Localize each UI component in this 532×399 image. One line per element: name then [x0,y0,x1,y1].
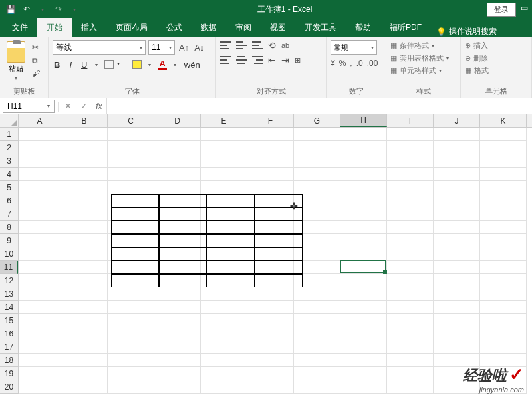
cell[interactable] [247,340,294,354]
cell[interactable] [387,247,434,261]
cell[interactable] [387,128,434,141]
decrease-decimal-icon[interactable]: .00 [367,59,378,68]
cell[interactable] [108,327,154,340]
cell[interactable] [108,181,154,194]
paste-button[interactable]: 粘贴 ▾ [4,40,28,82]
align-top-icon[interactable] [220,41,231,50]
cell[interactable] [201,154,247,168]
cell[interactable] [480,247,527,261]
row-header[interactable]: 4 [0,168,18,181]
cell[interactable] [247,380,294,394]
cell[interactable] [154,314,201,327]
cell[interactable] [294,168,340,181]
tab-help[interactable]: 帮助 [346,18,380,37]
decrease-font-icon[interactable]: A↓ [193,43,205,53]
cell[interactable] [154,141,201,154]
align-right-icon[interactable] [252,55,263,65]
cell[interactable] [340,274,387,287]
cell[interactable] [434,247,480,261]
cell[interactable] [201,141,247,154]
cell[interactable] [434,207,480,221]
cell[interactable] [201,380,247,394]
cell[interactable] [294,128,340,141]
cell[interactable] [340,380,387,394]
cell[interactable] [19,367,61,380]
row-header[interactable]: 3 [0,154,18,168]
cell[interactable] [19,274,61,287]
cell[interactable] [387,181,434,194]
cell[interactable] [201,301,247,314]
cell[interactable] [108,380,154,394]
undo-icon[interactable]: ↶ [21,4,32,15]
column-header[interactable]: D [154,114,201,127]
column-header[interactable]: H [340,114,387,127]
cell[interactable] [387,234,434,247]
cell[interactable] [19,261,61,274]
cell[interactable] [61,194,108,207]
cell[interactable] [340,181,387,194]
cell[interactable] [294,314,340,327]
fx-button[interactable]: fx [92,102,106,111]
cell[interactable] [340,287,387,301]
merge-button[interactable]: ⊞ [295,56,301,65]
italic-button[interactable]: I [68,60,73,70]
delete-cells-button[interactable]: ⊖ 删除 [465,53,488,64]
cell[interactable] [201,340,247,354]
cell[interactable] [387,274,434,287]
font-color-button[interactable]: A [158,59,166,70]
table-format-button[interactable]: ▦ 套用表格格式 ▾ [390,53,449,64]
cell[interactable] [480,221,527,234]
cell[interactable] [61,128,108,141]
row-header[interactable]: 7 [0,207,18,221]
cell[interactable] [340,354,387,367]
cell[interactable] [340,128,387,141]
row-header[interactable]: 10 [0,247,18,261]
cell[interactable] [61,207,108,221]
cell[interactable] [19,354,61,367]
cell[interactable] [247,327,294,340]
format-painter-icon[interactable]: 🖌 [32,69,43,78]
format-cells-button[interactable]: ▦ 格式 [465,65,489,76]
cell[interactable] [19,128,61,141]
cell[interactable] [19,154,61,168]
bordered-range[interactable] [111,194,303,287]
cell[interactable] [247,128,294,141]
cell[interactable] [480,261,527,274]
cell[interactable] [108,128,154,141]
cell[interactable] [387,314,434,327]
ribbon-options-icon[interactable]: ▭ [519,3,529,13]
cell[interactable] [294,154,340,168]
cell[interactable] [480,154,527,168]
row-header[interactable]: 14 [0,301,18,314]
cell[interactable] [108,141,154,154]
cell[interactable] [387,194,434,207]
cell[interactable] [434,314,480,327]
tab-data[interactable]: 数据 [192,18,226,37]
cell[interactable] [61,380,108,394]
cell[interactable] [340,194,387,207]
cell[interactable] [201,327,247,340]
cell[interactable] [340,314,387,327]
cell[interactable] [61,221,108,234]
align-bottom-icon[interactable] [252,41,263,50]
font-name-select[interactable]: 等线▾ [53,40,146,55]
column-header[interactable]: F [247,114,294,127]
cell[interactable] [19,168,61,181]
cell[interactable] [387,141,434,154]
cell[interactable] [201,168,247,181]
cell[interactable] [154,181,201,194]
cell[interactable] [247,181,294,194]
underline-button[interactable]: U [80,60,88,70]
number-format-select[interactable]: 常规▾ [331,40,377,55]
cell[interactable] [434,194,480,207]
cell[interactable] [247,354,294,367]
cell[interactable] [387,367,434,380]
tab-file[interactable]: 文件 [3,18,37,37]
row-header[interactable]: 20 [0,380,18,394]
cell[interactable] [387,221,434,234]
cell[interactable] [480,234,527,247]
cell[interactable] [108,287,154,301]
cell[interactable] [247,367,294,380]
tab-home[interactable]: 开始 [37,18,72,37]
conditional-format-button[interactable]: ▦ 条件格式 ▾ [390,40,434,51]
